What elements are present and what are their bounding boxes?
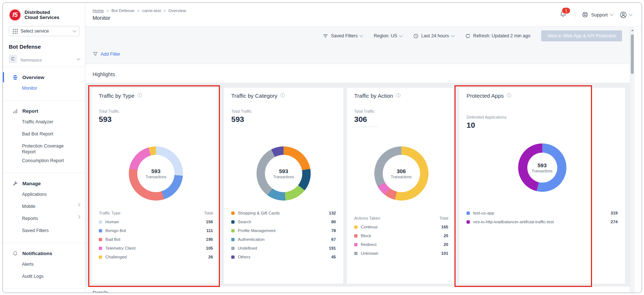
legend-item-profile-management[interactable]: Profile Management78 xyxy=(231,226,336,235)
info-icon[interactable]: ⓘ xyxy=(507,93,512,99)
legend-swatch xyxy=(231,220,235,224)
metric-label: Total Traffic xyxy=(99,109,119,113)
breadcrumb-item-overview[interactable]: Overview xyxy=(168,8,186,13)
info-icon[interactable]: ⓘ xyxy=(396,93,401,99)
vertical-scrollbar[interactable]: ▲ xyxy=(630,26,634,292)
legend-header-right: Total xyxy=(439,216,448,220)
info-icon[interactable]: ⓘ xyxy=(137,93,142,99)
legend-header: Actions TakenTotal xyxy=(354,214,448,223)
legend-swatch xyxy=(467,220,470,224)
region-dropdown[interactable]: Region: US xyxy=(374,33,402,38)
donut-ring[interactable]: 593Transactions xyxy=(129,146,183,201)
legend-item-authentication[interactable]: Authentication67 xyxy=(231,235,336,244)
namespace-selector[interactable]: C Namespace xyxy=(9,55,80,67)
sidebar-item-applications[interactable]: Applications xyxy=(3,190,85,202)
breadcrumb-item-carrie-test[interactable]: carrie-test xyxy=(142,8,161,13)
overview-icon xyxy=(12,75,18,80)
sidebar-item-monitor[interactable]: Monitor xyxy=(3,84,85,96)
legend-item-value: 191 xyxy=(329,246,336,250)
page-header: Home>Bot Defense>carrie-test>Overview Mo… xyxy=(85,3,641,27)
user-menu[interactable] xyxy=(619,11,632,19)
breadcrumb-separator: > xyxy=(137,8,140,13)
info-icon[interactable]: ⓘ xyxy=(280,93,285,99)
donut-ring[interactable]: 306Transactions xyxy=(374,146,428,201)
card-traffic-by-action: Traffic by ActionⓘTotal Traffic306306Tra… xyxy=(347,88,456,284)
page-title: Monitor xyxy=(93,15,110,21)
sidebar-item-alerts[interactable]: Alerts xyxy=(3,260,85,272)
sidebar-item-audit-logs[interactable]: Audit Logs xyxy=(3,272,85,284)
legend-item-label: Profile Management xyxy=(238,228,331,233)
card-legend: Shopping & Gift Cards132Search80Profile … xyxy=(231,209,336,261)
select-service-dropdown[interactable]: Select service xyxy=(9,26,80,36)
time-range-dropdown[interactable]: Last 24 hours xyxy=(413,33,454,39)
sidebar-item-consumption-report[interactable]: Consumption Report xyxy=(3,156,85,168)
legend-item-unknown[interactable]: Unknown101 xyxy=(354,249,448,258)
donut-center-value: 593 xyxy=(151,168,160,174)
f5-logo-icon: f5 xyxy=(9,9,21,21)
card-title-text: Traffic by Action xyxy=(354,93,393,99)
sidebar-group-header-overview[interactable]: Overview xyxy=(3,71,85,84)
legend-item-bad-bot[interactable]: Bad Bot195 xyxy=(99,235,213,244)
chevron-down-icon xyxy=(73,29,76,33)
legend-item-value: 78 xyxy=(331,228,336,233)
sidebar-item-protection-coverage-report[interactable]: Protection Coverage Report xyxy=(3,142,85,156)
card-legend: Actions TakenTotalContinue165Block20Redi… xyxy=(354,214,448,258)
card-title: Traffic by Categoryⓘ xyxy=(231,93,285,99)
scrollbar-thumb[interactable] xyxy=(631,34,634,74)
sidebar-group-header-manage[interactable]: Manage xyxy=(3,177,85,190)
legend-item-label: Block xyxy=(361,234,443,238)
legend-item-label: Search xyxy=(238,220,331,224)
legend-swatch xyxy=(231,212,235,215)
legend-item-value: 80 xyxy=(331,220,336,224)
add-filter-button[interactable]: Add Filter xyxy=(93,51,120,57)
legend-item-label: Bad Bot xyxy=(105,237,206,242)
legend-item-benign-bot[interactable]: Benign Bot111 xyxy=(99,226,213,235)
legend-item-value: 67 xyxy=(331,237,336,242)
donut-center-sublabel: Transactions xyxy=(146,175,166,179)
legend-item-continue[interactable]: Continue165 xyxy=(354,223,448,231)
legend-item-ves-io-http-loadbalancer-artificial-traffic-test[interactable]: ves-io-http-loadbalancer-artificial-traf… xyxy=(467,217,618,226)
legend-item-label: Human xyxy=(105,220,206,224)
saved-filters-dropdown[interactable]: Saved Filters xyxy=(323,33,363,39)
sidebar-item-reports[interactable]: Reports xyxy=(3,214,85,226)
refresh-button[interactable]: Refresh: Updated 2 min ago xyxy=(465,33,530,39)
donut-ring[interactable]: 593Transactions xyxy=(518,143,566,192)
metric-value: 593 xyxy=(99,115,119,124)
donut-center-value: 593 xyxy=(538,162,547,168)
donut-ring[interactable]: 593Transactions xyxy=(257,146,311,201)
sidebar-item-mobile[interactable]: Mobile xyxy=(3,202,85,214)
cards-row: Traffic by TypeⓘTotal Traffic593593Trans… xyxy=(91,88,625,284)
sidebar-group-manage: ManageApplicationsMobileReportsSaved Fil… xyxy=(3,173,85,243)
sidebar-group-header-workspace-info[interactable]: Workspace Info xyxy=(3,292,85,293)
card-metric: Total Traffic593 xyxy=(231,109,252,124)
funnel-icon xyxy=(93,51,98,57)
legend-item-block[interactable]: Block20 xyxy=(354,231,448,240)
legend-item-label: Continue xyxy=(361,225,441,229)
breadcrumb-item-home[interactable]: Home xyxy=(93,8,104,13)
donut-center-sublabel: Transactions xyxy=(273,175,294,179)
sidebar-item-traffic-analyzer[interactable]: Traffic Analyzer xyxy=(3,117,85,130)
filter-lines-icon xyxy=(323,33,328,39)
legend-item-label: Authentication xyxy=(238,237,331,242)
legend-item-search[interactable]: Search80 xyxy=(231,217,336,226)
legend-item-value: 26 xyxy=(208,255,213,259)
legend-item-others[interactable]: Others45 xyxy=(231,253,336,261)
metric-label: Total Traffic xyxy=(231,109,252,113)
sidebar-item-saved-filters[interactable]: Saved Filters xyxy=(3,226,85,238)
legend-swatch xyxy=(99,220,102,224)
legend-item-shopping-gift-cards[interactable]: Shopping & Gift Cards132 xyxy=(231,209,336,217)
support-menu[interactable]: Support xyxy=(582,11,613,18)
view-in-wapi-button[interactable]: View in Web App & API Protection xyxy=(541,30,622,41)
sidebar-group-header-report[interactable]: Report xyxy=(3,104,85,117)
legend-item-challenged[interactable]: Challenged26 xyxy=(99,253,213,261)
sidebar-group-header-notifications[interactable]: Notifications xyxy=(3,247,85,260)
scrollbar-up-arrow[interactable]: ▲ xyxy=(631,29,634,32)
legend-item-test-us-app[interactable]: test-us-app319 xyxy=(467,209,618,217)
legend-item-telemetry-client[interactable]: Telemetry Client105 xyxy=(99,244,213,253)
legend-item-redirect[interactable]: Redirect20 xyxy=(354,240,448,249)
notifications-button[interactable]: 1 xyxy=(558,9,568,20)
legend-item-undefined[interactable]: Undefined191 xyxy=(231,244,336,253)
breadcrumb-item-bot-defense[interactable]: Bot Defense xyxy=(111,8,134,13)
sidebar-item-bad-bot-report[interactable]: Bad Bot Report xyxy=(3,130,85,142)
legend-item-human[interactable]: Human156 xyxy=(99,217,213,226)
